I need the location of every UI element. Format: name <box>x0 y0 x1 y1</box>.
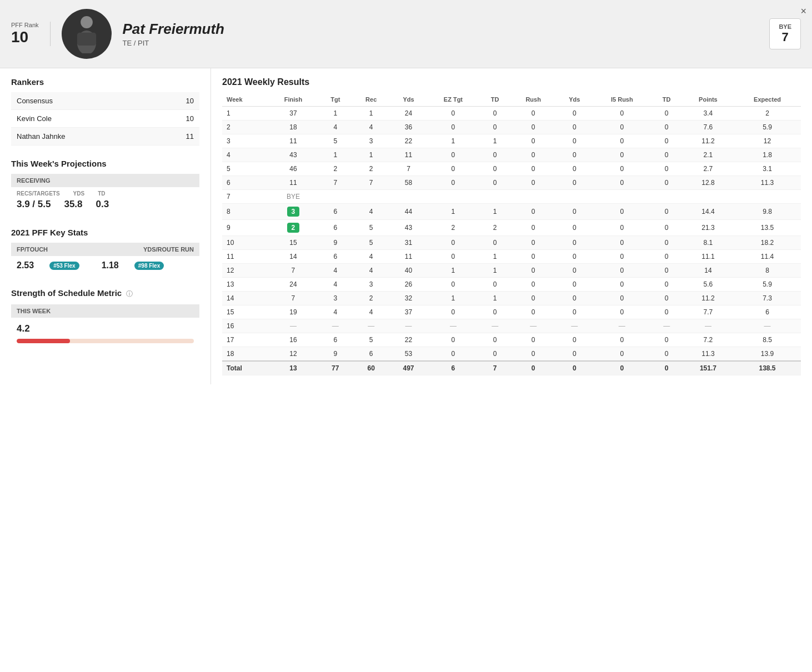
tgt-cell: 2 <box>318 162 353 176</box>
expected-cell: — <box>734 319 801 333</box>
rush-cell: 0 <box>511 162 556 176</box>
rec-cell: 5 <box>353 333 390 347</box>
finish-cell: — <box>268 319 318 333</box>
points-cell: 12.8 <box>683 176 734 190</box>
ez_tgt-cell: 0 <box>427 176 479 190</box>
key-stats-section: 2021 PFF Key Stats FP/TOUCH YDS/ROUTE RU… <box>11 228 199 275</box>
recs-targets-header: RECS/TARGETS <box>17 190 60 197</box>
rush_td-cell: 0 <box>651 162 683 176</box>
ez_tgt-cell <box>427 190 479 204</box>
finish-cell: 24 <box>268 278 318 292</box>
rush_td-cell: 0 <box>651 121 683 134</box>
tgt-cell: 6 <box>318 204 353 220</box>
yds-cell: 44 <box>390 204 427 220</box>
rush_td-cell: 0 <box>651 347 683 362</box>
rush-cell: 0 <box>511 292 556 305</box>
table-row: 83644411000014.49.8 <box>222 204 801 220</box>
rush_td-cell: 0 <box>651 264 683 278</box>
rush_td-cell: 0 <box>651 107 683 121</box>
left-panel: Rankers Consensus10Kevin Cole10Nathan Ja… <box>0 68 211 384</box>
expected-cell: 6 <box>734 305 801 319</box>
expected-cell: 2 <box>734 107 801 121</box>
week-cell: 3 <box>222 134 268 148</box>
td-cell: 1 <box>479 264 511 278</box>
total-td: 7 <box>479 361 511 375</box>
td-cell: 0 <box>479 162 511 176</box>
points-cell: — <box>683 319 734 333</box>
rec-cell: 5 <box>353 220 390 236</box>
tgt-cell <box>318 190 353 204</box>
expected-cell: 13.5 <box>734 220 801 236</box>
results-col-header: Rush <box>511 93 556 107</box>
results-title: 2021 Weekly Results <box>222 77 801 87</box>
points-cell: 8.1 <box>683 236 734 250</box>
rush_yds-cell: 0 <box>556 204 593 220</box>
svg-point-0 <box>81 16 93 28</box>
i5_rush-cell: 0 <box>593 305 651 319</box>
ranker-name: Nathan Jahnke <box>11 128 154 146</box>
rush_yds-cell: 0 <box>556 333 593 347</box>
rush_yds-cell: 0 <box>556 121 593 134</box>
points-cell: 11.2 <box>683 292 734 305</box>
expected-cell: 1.8 <box>734 148 801 162</box>
rec-cell: 4 <box>353 264 390 278</box>
expected-cell: 18.2 <box>734 236 801 250</box>
total-rush_yds: 0 <box>556 361 593 375</box>
yds-route-badge: #98 Flex <box>134 262 164 270</box>
svg-rect-2 <box>77 33 96 46</box>
rush-cell: 0 <box>511 148 556 162</box>
table-row: 1114641101000011.111.4 <box>222 250 801 264</box>
rush-cell: — <box>511 319 556 333</box>
yds-cell: 26 <box>390 278 427 292</box>
points-cell: 7.2 <box>683 333 734 347</box>
yds-cell: — <box>390 319 427 333</box>
ez_tgt-cell: 0 <box>427 107 479 121</box>
week-cell: 1 <box>222 107 268 121</box>
td-cell: 2 <box>479 220 511 236</box>
total-finish: 13 <box>268 361 318 375</box>
expected-cell: 7.3 <box>734 292 801 305</box>
expected-cell: 8.5 <box>734 333 801 347</box>
points-cell: 21.3 <box>683 220 734 236</box>
ez_tgt-cell: — <box>427 319 479 333</box>
rec-cell: 2 <box>353 162 390 176</box>
i5_rush-cell: 0 <box>593 148 651 162</box>
points-cell: 7.7 <box>683 305 734 319</box>
rush_td-cell: 0 <box>651 134 683 148</box>
ez_tgt-cell: 0 <box>427 305 479 319</box>
yds-cell: 32 <box>390 292 427 305</box>
projections-title: This Week's Projections <box>11 159 199 168</box>
ez_tgt-cell: 0 <box>427 148 479 162</box>
total-ez_tgt: 6 <box>427 361 479 375</box>
i5_rush-cell: 0 <box>593 204 651 220</box>
rush_td-cell: 0 <box>651 250 683 264</box>
results-col-header: Yds <box>390 93 427 107</box>
rec-cell: — <box>353 319 390 333</box>
tgt-cell: 1 <box>318 107 353 121</box>
stats-values: 2.53 #53 Flex 1.18 #98 Flex <box>11 256 199 275</box>
week-cell: 10 <box>222 236 268 250</box>
td-cell: 0 <box>479 107 511 121</box>
points-cell: 11.3 <box>683 347 734 362</box>
i5_rush-cell: 0 <box>593 250 651 264</box>
rush_yds-cell: 0 <box>556 347 593 362</box>
week-cell: 8 <box>222 204 268 220</box>
ez_tgt-cell: 0 <box>427 162 479 176</box>
points-cell: 14 <box>683 264 734 278</box>
week-cell: 11 <box>222 250 268 264</box>
dash-cell: — <box>290 322 297 330</box>
i5_rush-cell: 0 <box>593 121 651 134</box>
fp-touch-label: FP/TOUCH <box>17 246 48 253</box>
rec-cell: 2 <box>353 292 390 305</box>
ez_tgt-cell: 0 <box>427 250 479 264</box>
rush_yds-cell <box>556 190 593 204</box>
rush_td-cell: 0 <box>651 305 683 319</box>
close-button[interactable]: × <box>800 6 806 17</box>
td-cell: 0 <box>479 278 511 292</box>
week-cell: 14 <box>222 292 268 305</box>
expected-cell: 9.8 <box>734 204 801 220</box>
td-cell: 0 <box>479 236 511 250</box>
rush-cell: 0 <box>511 236 556 250</box>
finish-badge: 2 <box>287 223 300 233</box>
td-cell: 0 <box>479 347 511 362</box>
